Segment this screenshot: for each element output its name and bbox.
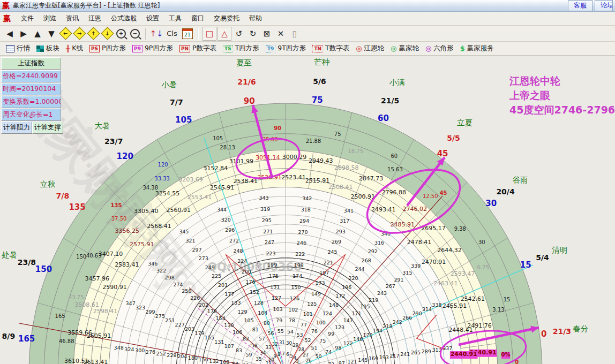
svg-text:46.88: 46.88	[59, 338, 74, 344]
box-icon: TS	[223, 45, 233, 52]
ribbon-行情[interactable]: 行情	[4, 43, 33, 54]
down-button[interactable]: ▼	[45, 27, 58, 40]
svg-text:147: 147	[343, 317, 353, 323]
svg-text:2493.41: 2493.41	[371, 206, 396, 213]
menu-item-设置[interactable]: 设置	[141, 13, 164, 23]
rotate-cw-button[interactable]: ↻	[246, 27, 259, 40]
menu-item-窗口[interactable]: 窗口	[186, 13, 209, 23]
center-button[interactable]: ✕	[274, 27, 287, 40]
back-button[interactable]: ◀	[3, 27, 16, 40]
ribbon-T数字表[interactable]: TNT数字表	[311, 43, 352, 54]
svg-text:3254.55: 3254.55	[155, 190, 180, 197]
shift-up-button[interactable]: ↑	[87, 27, 100, 40]
svg-text:268: 268	[362, 257, 371, 263]
svg-text:55: 55	[278, 328, 284, 334]
svg-text:154: 154	[216, 315, 226, 321]
svg-text:5/5: 5/5	[447, 134, 460, 142]
clear-button[interactable]: ▯	[288, 27, 301, 40]
menu-item-帮助[interactable]: 帮助	[244, 13, 267, 23]
ribbon-P四方形[interactable]: PSP四方形	[88, 43, 129, 54]
svg-text:146: 146	[353, 336, 363, 342]
sort-updown-button[interactable]: ↑↓	[150, 27, 163, 40]
ribbon-label: K线	[72, 44, 83, 53]
svg-text:122: 122	[343, 340, 353, 346]
svg-text:121: 121	[347, 359, 357, 364]
ribbon-K线[interactable]: ╫K线	[64, 43, 86, 54]
svg-text:20/4: 20/4	[496, 187, 515, 196]
svg-text:21.88: 21.88	[306, 138, 321, 144]
ribbon-六角形[interactable]: ◎六角形	[424, 43, 457, 54]
rotate-ccw-button[interactable]: ↺	[232, 27, 245, 40]
svg-text:2593.47: 2593.47	[451, 270, 475, 277]
ribbon-9T四方形[interactable]: T99T四方形	[264, 43, 310, 54]
svg-text:30: 30	[485, 199, 497, 208]
svg-text:244: 244	[355, 266, 365, 272]
svg-text:60: 60	[378, 113, 389, 123]
close-box-button[interactable]: ⊠	[260, 27, 273, 40]
svg-text:2542.61: 2542.61	[461, 295, 485, 302]
svg-text:2440.91: 2440.91	[451, 351, 477, 358]
shift-down-button[interactable]: ↓	[101, 27, 114, 40]
svg-text:165: 165	[55, 313, 65, 319]
customer-service-button[interactable]: 客服	[568, 0, 592, 11]
svg-text:90: 90	[274, 125, 281, 131]
svg-text:立夏: 立夏	[457, 118, 473, 127]
svg-text:197: 197	[319, 270, 329, 276]
svg-text:78: 78	[289, 317, 295, 323]
shift-left-button[interactable]: ←	[59, 27, 72, 40]
svg-text:23/8: 23/8	[18, 258, 36, 267]
svg-text:202: 202	[199, 302, 208, 308]
svg-text:151: 151	[270, 284, 280, 290]
calc-support-button[interactable]: 计算支撑	[32, 122, 63, 134]
svg-text:2523.41: 2523.41	[281, 174, 306, 181]
svg-text:春分: 春分	[573, 324, 589, 333]
menu-item-资讯[interactable]: 资讯	[61, 13, 84, 23]
toolbar-separator	[198, 28, 199, 40]
svg-text:338: 338	[432, 302, 441, 308]
ribbon-T四方形[interactable]: TST四方形	[221, 43, 262, 54]
svg-text:120: 120	[117, 151, 133, 161]
svg-text:清明: 清明	[552, 246, 567, 254]
ribbon-板块[interactable]: 板块	[35, 43, 63, 54]
svg-text:3356.25: 3356.25	[115, 228, 139, 234]
svg-text:105: 105	[213, 135, 223, 141]
menu-item-公式选股[interactable]: 公式选股	[106, 13, 141, 23]
zoom-out-button[interactable]: −	[129, 27, 141, 40]
cls-button[interactable]: Cls	[164, 27, 180, 40]
menu-item-工具[interactable]: 工具	[164, 13, 186, 23]
svg-text:6: 6	[286, 352, 289, 357]
svg-text:52: 52	[305, 337, 311, 343]
up-button[interactable]: ▲	[31, 27, 44, 40]
svg-text:318: 318	[301, 207, 311, 213]
svg-text:15: 15	[520, 260, 531, 270]
calc-resistance-button[interactable]: 计算阻力	[1, 122, 32, 134]
ribbon-赢家服务[interactable]: $赢家服务	[459, 43, 497, 54]
svg-text:3407.10: 3407.10	[99, 251, 123, 257]
menu-item-江恩[interactable]: 江恩	[84, 13, 106, 23]
menu-item-文件[interactable]: 文件	[16, 13, 39, 23]
menu-item-浏览[interactable]: 浏览	[39, 13, 61, 23]
svg-text:319: 319	[260, 206, 270, 212]
svg-text:小暑: 小暑	[161, 80, 177, 89]
shift-right-button[interactable]: →	[73, 27, 86, 40]
ribbon-江恩轮[interactable]: ◎江恩轮	[354, 43, 387, 54]
draw-square-button[interactable]: □	[202, 27, 216, 41]
forum-button[interactable]: 论坛	[595, 0, 613, 11]
forward-button[interactable]: ▶	[17, 27, 30, 40]
svg-text:222: 222	[295, 251, 305, 257]
ribbon-赢家轮[interactable]: ◎赢家轮	[389, 43, 422, 54]
menu-item-交易委托[interactable]: 交易委托	[209, 13, 244, 23]
ribbon-9P四方形[interactable]: P99P四方形	[131, 43, 176, 54]
draw-triangle-button[interactable]: △	[218, 27, 231, 41]
svg-text:324: 324	[124, 346, 134, 352]
svg-text:178: 178	[207, 308, 217, 314]
svg-text:27: 27	[303, 352, 309, 358]
ribbon-P数字表[interactable]: PNP数字表	[178, 43, 220, 54]
svg-text:15: 15	[504, 297, 511, 302]
svg-text:269: 269	[332, 239, 341, 245]
svg-text:249: 249	[205, 264, 215, 270]
zoom-in-button[interactable]: +	[115, 27, 128, 40]
svg-text:341: 341	[344, 208, 354, 214]
calendar-button[interactable]: 21	[181, 27, 194, 40]
svg-text:6.25: 6.25	[477, 264, 489, 270]
